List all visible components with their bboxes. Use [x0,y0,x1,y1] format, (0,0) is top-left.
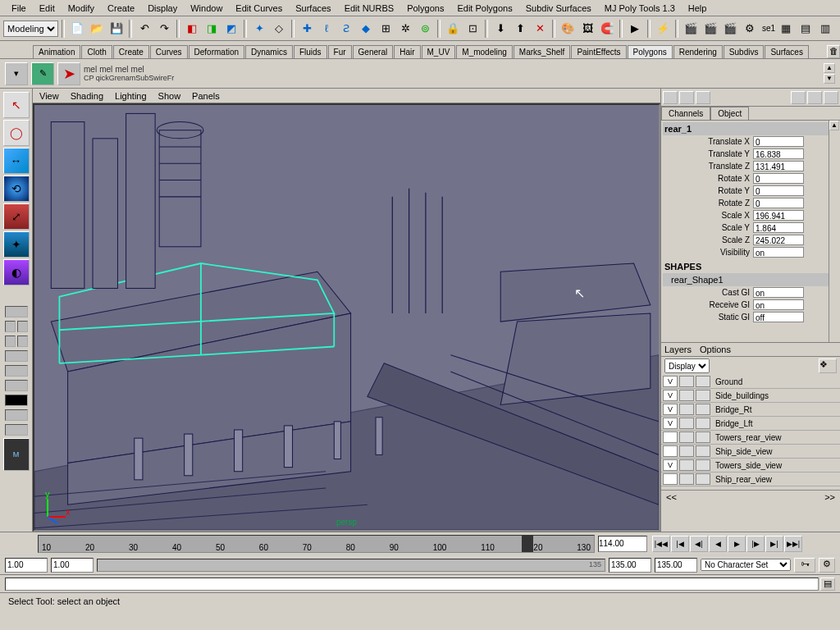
character-set-select[interactable]: No Character Set [701,559,791,571]
vp-lighting[interactable]: Lighting [115,91,147,101]
save-scene-icon[interactable]: 💾 [107,20,126,38]
select-hierarchy-icon[interactable]: ◧ [183,20,201,38]
layer-color-box[interactable] [696,459,710,471]
select-mask2-icon[interactable]: ◇ [270,20,288,38]
layout-v-icon[interactable] [5,365,28,377]
lasso-tool-icon[interactable]: ◯ [3,120,30,146]
select-mask-icon[interactable]: ✦ [250,20,268,38]
shelf-mel1[interactable]: mel [84,65,97,74]
tab-object[interactable]: Object [710,107,749,120]
render-frame-icon[interactable]: ▶ [626,20,644,38]
ch-btn6[interactable] [824,91,838,104]
shelf-tab-fur[interactable]: Fur [328,45,352,58]
layer-vis-toggle[interactable]: V [663,459,678,471]
layer-vis-toggle[interactable]: V [663,418,678,429]
ch-btn5[interactable] [807,91,822,104]
layout-quad3-icon[interactable] [5,336,16,347]
trash-icon[interactable]: 🗑 [827,45,840,58]
goto-end-icon[interactable]: ▶▶| [784,536,802,552]
attr-value[interactable]: 196.941 [753,210,804,221]
shelf-tab-painteffects[interactable]: PaintEffects [571,45,626,58]
shelf-tab-polygons[interactable]: Polygons [628,45,673,58]
input-icon[interactable]: ⬇ [491,20,509,38]
shelf-tab-fluids[interactable]: Fluids [294,45,327,58]
shelf-tab-mmodeling[interactable]: M_modeling [456,45,512,58]
layer-color-box[interactable] [696,445,710,457]
shelf-script-icon[interactable]: ✎ [31,62,54,85]
current-time-field[interactable] [598,536,647,552]
shape-attr-value[interactable]: on [753,299,804,310]
menu-edit-polygons[interactable]: Edit Polygons [450,2,518,15]
snap-plane-icon[interactable]: ◆ [357,20,375,38]
layers-options[interactable]: Options [700,345,731,354]
shelf-tab-rendering[interactable]: Rendering [673,45,723,58]
menu-edit-nurbs[interactable]: Edit NURBS [338,2,401,15]
output-icon[interactable]: ⬆ [511,20,529,38]
shelf-tab-surfaces[interactable]: Surfaces [765,45,808,58]
shelf-tab-marks[interactable]: Marks_Shelf [514,45,571,58]
menu-surfaces[interactable]: Surfaces [289,2,337,15]
snap-point-icon[interactable]: Ƨ [337,20,355,38]
playback-end[interactable] [609,558,651,573]
shelf-scroll-up[interactable]: ▲ [824,63,835,73]
ch-btn4[interactable] [791,91,806,104]
layer-color-box[interactable] [696,418,710,429]
magnet-icon[interactable]: 🧲 [598,20,616,38]
layer-color-box[interactable] [696,473,710,485]
shelf-tab-subdivs[interactable]: Subdivs [724,45,765,58]
attr-value[interactable]: 0 [753,136,804,147]
layout3-icon[interactable]: ▥ [816,20,834,38]
menu-window[interactable]: Window [184,2,229,15]
snap-view-icon[interactable]: ⊞ [377,20,395,38]
tab-channels[interactable]: Channels [661,107,710,120]
new-scene-icon[interactable]: 📄 [68,20,86,38]
menu-mjpolytools[interactable]: MJ Poly Tools 1.3 [598,2,682,15]
shelf-mel4[interactable]: mel [131,65,144,74]
shelf-toggle-icon[interactable]: ▾ [5,62,28,85]
layer-name[interactable]: Ground [712,377,840,386]
undo-icon[interactable]: ↶ [135,20,153,38]
layer-color-box[interactable] [696,404,710,415]
shelf-tab-hair[interactable]: Hair [394,45,420,58]
clapper3-icon[interactable]: 🎬 [721,20,739,38]
range-start[interactable] [5,558,48,573]
menu-edit-curves[interactable]: Edit Curves [229,2,289,15]
attr-value[interactable]: 245.022 [753,235,804,245]
attr-value[interactable]: 16.838 [753,148,804,159]
layer-type-box[interactable] [679,376,694,387]
shelf-scroll-down[interactable]: ▼ [824,74,835,84]
layer-type-box[interactable] [679,404,694,415]
layer-type-box[interactable] [679,390,694,401]
menu-subdiv[interactable]: Subdiv Surfaces [519,2,598,15]
layer-type-box[interactable] [679,459,694,471]
move-tool-icon[interactable]: ↔ [3,148,30,174]
goto-start-icon[interactable]: |◀◀ [652,536,670,552]
playback-start[interactable] [51,558,94,573]
open-scene-icon[interactable]: 📂 [88,20,106,38]
shelf-tab-curves[interactable]: Curves [150,45,188,58]
layer-color-box[interactable] [696,376,710,387]
layout-quad1-icon[interactable] [5,321,16,332]
layout-quad2-icon[interactable] [17,321,28,332]
menu-file[interactable]: File [5,2,33,15]
attr-value[interactable]: 1.864 [753,222,804,233]
layer-type-box[interactable] [679,431,694,443]
time-cursor[interactable] [522,536,533,552]
menu-edit[interactable]: Edit [33,2,62,15]
vp-view[interactable]: View [39,91,59,101]
play-fwd-icon[interactable]: ▶ [728,536,746,552]
layers-tab[interactable]: Layers [664,345,692,354]
layout-h-icon[interactable] [5,350,28,362]
layer-scroll-right[interactable]: >> [824,492,835,502]
layout2-icon[interactable]: ▤ [797,20,815,38]
layout-outliner-icon[interactable] [5,380,28,391]
shelf-mel3[interactable]: mel [115,65,128,74]
layout-persp-icon[interactable] [5,395,28,406]
construction-icon[interactable]: ✕ [531,20,549,38]
range-end[interactable] [655,558,697,573]
prefs-icon[interactable]: ⚙ [819,558,835,573]
vp-shading[interactable]: Shading [71,91,103,101]
render-icon[interactable]: 🎨 [559,20,577,38]
shape-attr-value[interactable]: off [753,312,804,322]
shelf-tab-muv[interactable]: M_UV [422,45,456,58]
